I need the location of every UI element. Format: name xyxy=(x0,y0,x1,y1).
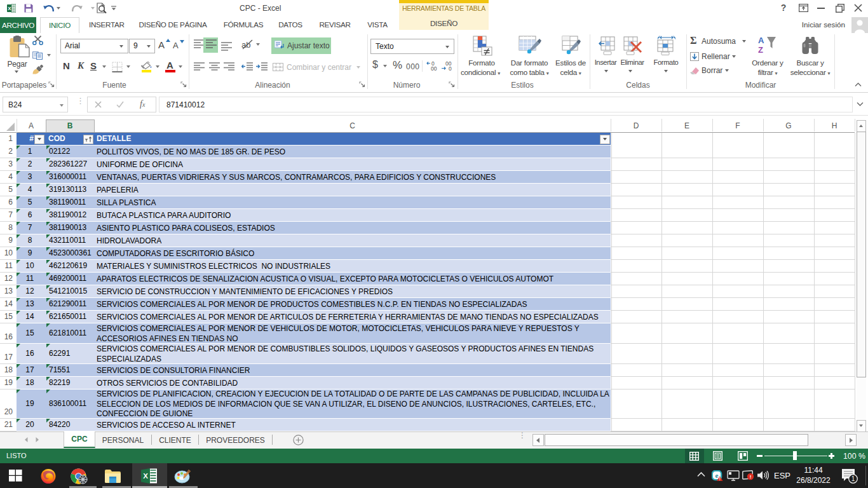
svg-text:X: X xyxy=(8,6,11,11)
svg-text:0: 0 xyxy=(449,65,452,71)
svg-text:X: X xyxy=(143,472,148,480)
svg-text:00: 00 xyxy=(431,65,437,71)
svg-text:A: A xyxy=(758,36,764,45)
svg-text:Z: Z xyxy=(758,45,763,55)
svg-text:!: ! xyxy=(719,477,721,481)
svg-text:1: 1 xyxy=(851,475,855,482)
svg-text:!: ! xyxy=(750,474,752,480)
svg-text:e: e xyxy=(715,471,719,479)
svg-text:ab: ab xyxy=(241,40,250,50)
